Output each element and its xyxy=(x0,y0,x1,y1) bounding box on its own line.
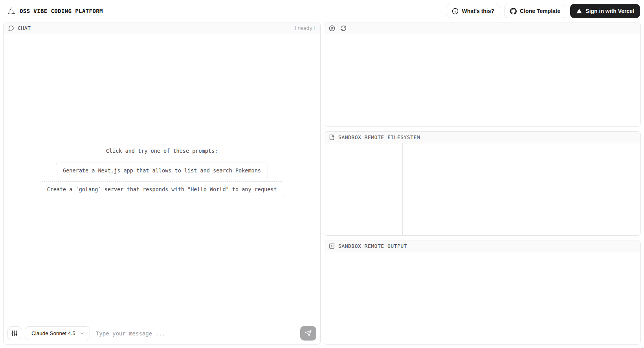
chat-panel: CHAT [ready] Click and try one of these … xyxy=(3,22,321,345)
model-selector-value: Claude Sonnet 4.5 xyxy=(31,330,75,336)
terminal-icon xyxy=(329,243,335,249)
compass-icon[interactable] xyxy=(329,25,335,31)
chat-status-badge: [ready] xyxy=(294,25,316,31)
resize-grip-icon[interactable] xyxy=(639,344,643,348)
suggested-prompt-golang[interactable]: Create a `golang` server that responds w… xyxy=(40,181,284,197)
prompts-heading: Click and try one of these prompts: xyxy=(106,148,218,154)
send-button[interactable] xyxy=(300,326,316,341)
filesystem-panel-body xyxy=(324,143,640,236)
chat-panel-header: CHAT [ready] xyxy=(4,22,320,34)
send-plane-icon xyxy=(305,330,312,337)
output-panel-header: SANDBOX REMOTE OUTPUT xyxy=(324,240,640,252)
output-panel-title: SANDBOX REMOTE OUTPUT xyxy=(338,243,407,249)
vercel-triangle-icon xyxy=(576,8,582,14)
brand: OSS VIBE CODING PLATFORM xyxy=(7,7,103,15)
preview-panel-header xyxy=(324,22,640,34)
topbar-actions: What's this? Clone Template Sign in with… xyxy=(446,4,640,18)
filesystem-panel: SANDBOX REMOTE FILESYSTEM xyxy=(324,131,641,236)
message-input[interactable] xyxy=(94,326,297,340)
app-title: OSS VIBE CODING PLATFORM xyxy=(20,8,103,14)
model-settings-button[interactable] xyxy=(7,326,21,340)
preview-panel xyxy=(324,22,641,127)
output-panel: SANDBOX REMOTE OUTPUT xyxy=(324,240,641,345)
chevron-down-icon xyxy=(79,331,85,336)
top-bar: OSS VIBE CODING PLATFORM What's this? Cl… xyxy=(3,3,641,19)
chat-empty-state: Click and try one of these prompts: Gene… xyxy=(4,34,320,322)
output-panel-body xyxy=(324,252,640,344)
github-icon xyxy=(510,8,517,15)
app-window: OSS VIBE CODING PLATFORM What's this? Cl… xyxy=(0,0,644,348)
filesystem-panel-title: SANDBOX REMOTE FILESYSTEM xyxy=(338,134,420,140)
sign-in-vercel-button[interactable]: Sign in with Vercel xyxy=(570,4,640,18)
main-area: CHAT [ready] Click and try one of these … xyxy=(3,22,641,345)
preview-panel-body xyxy=(324,34,640,126)
filesystem-content-pane[interactable] xyxy=(403,143,640,236)
suggested-prompt-pokemons[interactable]: Generate a Next.js app that allows to li… xyxy=(56,163,268,178)
file-icon xyxy=(329,134,335,140)
sliders-icon xyxy=(11,330,18,337)
info-icon xyxy=(452,8,459,15)
refresh-icon[interactable] xyxy=(340,25,347,31)
clone-template-label: Clone Template xyxy=(520,8,560,14)
right-column: SANDBOX REMOTE FILESYSTEM SANDBO xyxy=(324,22,641,345)
filesystem-panel-header: SANDBOX REMOTE FILESYSTEM xyxy=(324,132,640,143)
dotted-triangle-logo-icon xyxy=(7,7,16,15)
whats-this-button[interactable]: What's this? xyxy=(446,4,500,18)
chat-composer: Claude Sonnet 4.5 xyxy=(4,322,320,344)
sign-in-label: Sign in with Vercel xyxy=(585,8,634,14)
model-selector[interactable]: Claude Sonnet 4.5 xyxy=(25,326,90,340)
clone-template-button[interactable]: Clone Template xyxy=(504,4,566,18)
message-bubble-icon xyxy=(8,25,14,31)
whats-this-label: What's this? xyxy=(462,8,494,14)
chat-panel-title: CHAT xyxy=(18,25,31,31)
filesystem-tree-pane[interactable] xyxy=(324,143,403,236)
